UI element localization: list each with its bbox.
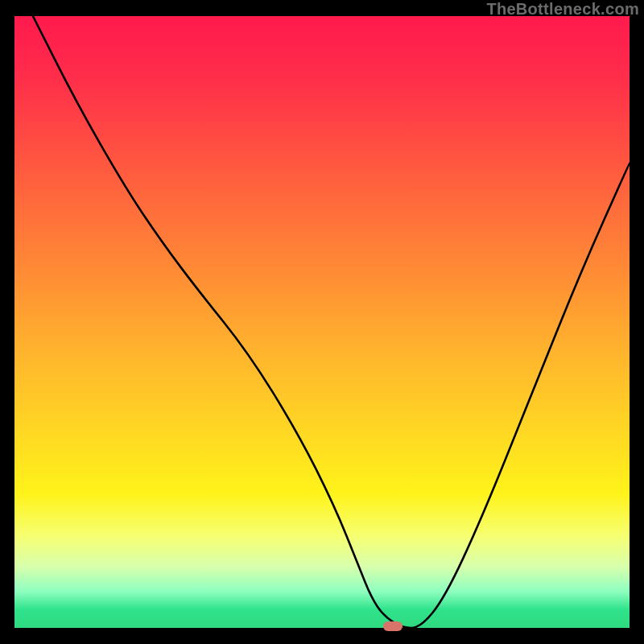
chart-frame: TheBottleneck.com — [0, 0, 644, 644]
chart-curve-svg — [14, 16, 630, 628]
bottleneck-curve — [33, 16, 630, 628]
watermark-text: TheBottleneck.com — [486, 0, 639, 19]
bottleneck-marker — [383, 621, 402, 631]
chart-plot-area — [14, 16, 630, 628]
